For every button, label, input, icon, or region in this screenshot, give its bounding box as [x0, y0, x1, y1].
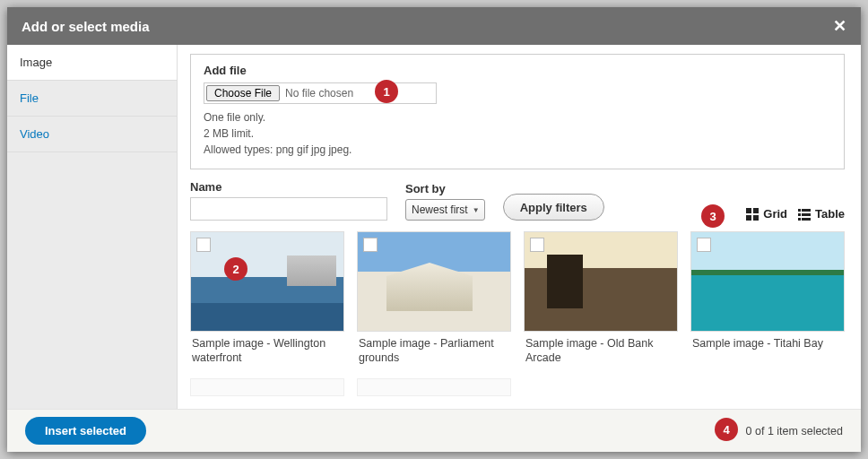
close-icon[interactable]: ✕ — [833, 16, 846, 36]
table-icon — [798, 208, 811, 221]
file-input-wrapper: Choose File No file chosen — [204, 82, 437, 104]
name-input[interactable] — [190, 197, 387, 221]
media-card[interactable]: Sample image - Titahi Bay — [690, 231, 845, 366]
choose-file-button[interactable]: Choose File — [206, 85, 280, 101]
file-status: No file chosen — [285, 87, 353, 100]
sort-filter: Sort by Newest first — [405, 182, 485, 221]
select-checkbox[interactable] — [363, 238, 378, 252]
thumbnail-partial — [357, 378, 511, 396]
media-caption: Sample image - Titahi Bay — [690, 332, 845, 351]
upload-label: Add file — [204, 64, 831, 77]
sort-select[interactable]: Newest first — [405, 199, 485, 221]
thumbnail-partial — [190, 378, 344, 396]
thumbnail — [357, 231, 511, 332]
view-label: Table — [815, 207, 845, 221]
upload-hint-2: 2 MB limit. — [204, 126, 831, 142]
upload-hint-3: Allowed types: png gif jpg jpeg. — [204, 142, 831, 158]
view-grid-button[interactable]: Grid — [746, 207, 787, 221]
name-filter-label: Name — [190, 180, 387, 194]
content-pane[interactable]: Add file Choose File No file chosen One … — [178, 45, 861, 409]
grid-icon — [746, 208, 759, 221]
media-card[interactable]: Sample image - Parliament grounds — [357, 231, 511, 366]
view-toggle: Grid Table — [746, 207, 845, 221]
apply-filters-button[interactable]: Apply filters — [503, 194, 604, 221]
select-checkbox[interactable] — [697, 238, 711, 252]
media-card-partial[interactable] — [357, 378, 511, 396]
modal-header: Add or select media ✕ — [7, 7, 861, 45]
select-checkbox[interactable] — [530, 238, 544, 252]
sidebar: Image File Video — [7, 45, 178, 409]
name-filter: Name — [190, 180, 387, 221]
media-caption: Sample image - Parliament grounds — [357, 332, 511, 366]
modal-body: Image File Video Add file Choose File No… — [7, 45, 861, 409]
sidebar-tab-label: Video — [20, 127, 49, 141]
media-card-partial[interactable] — [190, 378, 344, 396]
sort-filter-label: Sort by — [405, 182, 485, 195]
view-label: Grid — [763, 207, 787, 221]
media-card[interactable]: Sample image - Wellington waterfront — [190, 231, 344, 366]
thumbnail — [690, 231, 845, 332]
annotation-badge-3: 3 — [701, 204, 725, 228]
media-grid: Sample image - Wellington waterfront Sam… — [190, 231, 845, 396]
sort-select-value: Newest first — [412, 204, 468, 216]
sidebar-tab-video[interactable]: Video — [7, 117, 177, 152]
media-card[interactable]: Sample image - Old Bank Arcade — [524, 231, 678, 366]
view-table-button[interactable]: Table — [798, 207, 845, 221]
sidebar-tab-label: Image — [20, 56, 52, 69]
upload-hint-1: One file only. — [204, 109, 831, 126]
thumbnail — [190, 231, 344, 332]
annotation-badge-4: 4 — [715, 418, 738, 441]
media-modal: Add or select media ✕ Image File Video A… — [7, 7, 861, 452]
sidebar-filler — [7, 152, 177, 409]
sidebar-tab-image[interactable]: Image — [7, 45, 177, 81]
annotation-badge-1: 1 — [375, 80, 398, 103]
sidebar-tab-label: File — [20, 91, 39, 105]
annotation-badge-2: 2 — [224, 257, 247, 281]
select-checkbox[interactable] — [196, 238, 211, 252]
thumbnail — [524, 231, 678, 332]
media-caption: Sample image - Old Bank Arcade — [524, 332, 678, 366]
upload-box: Add file Choose File No file chosen One … — [190, 54, 845, 169]
media-caption: Sample image - Wellington waterfront — [190, 332, 344, 366]
selection-count: 0 of 1 item selected — [746, 425, 843, 437]
modal-title: Add or select media — [22, 19, 150, 34]
insert-selected-button[interactable]: Insert selected — [25, 417, 146, 445]
sidebar-tab-file[interactable]: File — [7, 81, 177, 117]
filters-row: Name Sort by Newest first Apply filters … — [190, 180, 845, 221]
